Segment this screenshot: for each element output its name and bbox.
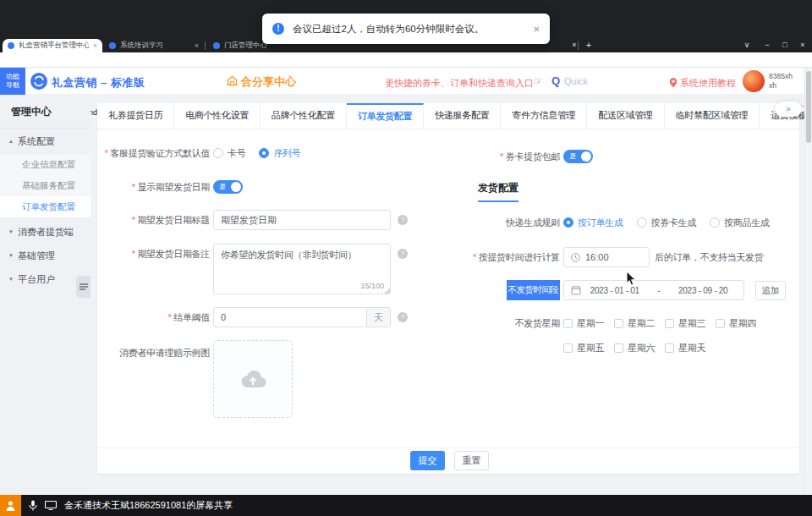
tab-ecommerce-custom[interactable]: 电商个性化设置 xyxy=(174,103,261,129)
checkbox-thursday[interactable] xyxy=(716,319,725,328)
checkbox-saturday[interactable] xyxy=(614,343,623,353)
help-icon[interactable]: ? xyxy=(398,215,408,225)
clock-icon xyxy=(571,253,580,262)
claim-example-row: 消费者申请理赔示例图 xyxy=(99,340,293,418)
weekday-item[interactable]: 星期六 xyxy=(614,342,665,354)
toast-close-icon[interactable]: × xyxy=(533,23,540,36)
tab-order-ship-config[interactable]: 订单发货配置 xyxy=(347,103,424,129)
checkbox-sunday[interactable] xyxy=(665,343,674,353)
radio-by-order-label[interactable]: 按订单生成 xyxy=(578,217,623,229)
window-close-button[interactable]: × xyxy=(793,38,812,52)
user-name-line2: xh xyxy=(769,81,793,91)
checkbox-friday[interactable] xyxy=(563,343,573,353)
quick-entry-tip: 更快捷的券卡、订单和快递查询入口 xyxy=(385,77,534,90)
tabs-more-button[interactable]: » xyxy=(775,102,802,117)
tab-brand-custom[interactable]: 品牌个性化配置 xyxy=(261,103,347,129)
sidebar-item-basic-service[interactable]: 基础服务配置 xyxy=(0,175,91,196)
sidebar-item-order-ship-config[interactable]: 订单发货配置 xyxy=(0,196,91,217)
checkbox-label: 星期五 xyxy=(577,342,604,354)
sidebar-collapse-handle[interactable] xyxy=(76,276,91,298)
toggle-knob xyxy=(231,182,241,192)
express-rule-label: 快递生成规则 xyxy=(448,217,560,229)
radio-by-order[interactable] xyxy=(563,217,573,228)
tab-close-icon[interactable]: × xyxy=(565,38,584,52)
closing-threshold-input[interactable] xyxy=(213,307,391,327)
help-icon[interactable]: ? xyxy=(398,249,408,259)
help-icon[interactable]: ? xyxy=(398,312,408,322)
weekday-item[interactable]: 星期二 xyxy=(614,317,665,330)
footer-divider xyxy=(97,447,799,448)
tab-temp-ban-area[interactable]: 临时禁配区域管理 xyxy=(665,103,760,129)
page-scrollbar[interactable] xyxy=(804,68,812,516)
radio-by-coupon-label[interactable]: 按券卡生成 xyxy=(651,217,697,229)
checkbox-label: 星期三 xyxy=(678,317,705,330)
upload-dropzone[interactable] xyxy=(213,340,293,418)
tab-search-icon[interactable]: ∨ xyxy=(738,38,756,52)
no-ship-range-row: 不发货时间段 2023 - 01 - 01 - 2023 - 09 - 20 追… xyxy=(448,280,786,300)
radio-serial-number[interactable] xyxy=(259,148,269,158)
radio-by-coupon[interactable] xyxy=(637,217,647,228)
submit-button[interactable]: 提交 xyxy=(410,451,445,470)
sidebar-item-basic-management[interactable]: ▼ 基础管理 xyxy=(0,244,91,267)
no-ship-weekday-label: 不发货星期 xyxy=(448,317,560,330)
browser-tab-1[interactable]: 礼盒营销平台管理中心 × xyxy=(3,39,102,52)
weekday-item[interactable]: 星期四 xyxy=(716,317,766,330)
app-logo-icon xyxy=(30,73,47,90)
tab-close-icon[interactable]: × xyxy=(195,41,199,50)
quick-search-q-icon[interactable]: Q xyxy=(551,74,560,87)
new-tab-button[interactable]: + xyxy=(582,38,595,52)
toggle-on-label: 是 xyxy=(569,151,576,162)
quick-search-label[interactable]: Quick xyxy=(564,76,588,86)
show-expected-date-label: 显示期望发货日期 xyxy=(99,181,210,194)
browser-tab-2[interactable]: 系统培训学习 × xyxy=(104,39,204,52)
radio-card-number-label[interactable]: 卡号 xyxy=(228,147,245,160)
weekday-item[interactable]: 星期天 xyxy=(665,342,716,354)
location-pin-icon xyxy=(669,76,678,91)
checkbox-wednesday[interactable] xyxy=(665,319,674,328)
share-center-link[interactable]: 合分享中心 xyxy=(227,74,296,90)
function-nav-button[interactable]: 功能 导航 xyxy=(0,68,25,95)
checkbox-label: 星期天 xyxy=(678,342,705,354)
sidebar-item-consumer-pickup[interactable]: ▼ 消费者提货端 xyxy=(0,220,91,244)
sidebar-item-company-info[interactable]: 企业信息配置 xyxy=(0,154,91,175)
info-icon: ! xyxy=(272,23,284,35)
free-shipping-label: 券卡提货包邮 xyxy=(448,151,560,163)
tutorial-link[interactable]: 系统使用教程 xyxy=(680,77,736,90)
radio-by-product-label[interactable]: 按商品生成 xyxy=(724,217,770,229)
tab-express-service[interactable]: 快递服务配置 xyxy=(424,103,501,129)
free-shipping-toggle[interactable]: 是 xyxy=(563,150,593,163)
warehouse-icon xyxy=(227,74,238,90)
checkbox-label: 星期一 xyxy=(577,317,604,330)
screen-icon[interactable] xyxy=(45,501,57,510)
window-maximize-button[interactable]: □ xyxy=(776,38,794,52)
sidebar-item-system-config[interactable]: ▲ 系统配置 xyxy=(0,129,91,154)
tab-coupon-calendar[interactable]: 礼券提货日历 xyxy=(97,103,174,129)
calc-suffix-text: 后的订单，不支持当天发货 xyxy=(655,251,763,264)
window-minimize-button[interactable]: − xyxy=(758,38,776,52)
microphone-icon[interactable] xyxy=(29,500,37,511)
radio-card-number[interactable] xyxy=(213,148,223,158)
checkbox-monday[interactable] xyxy=(563,319,573,328)
tab-close-icon[interactable]: × xyxy=(93,41,97,50)
show-expected-date-toggle[interactable]: 是 xyxy=(213,180,243,194)
user-avatar[interactable] xyxy=(743,70,765,92)
expected-date-title-input[interactable] xyxy=(213,210,391,230)
caret-down-icon: ▼ xyxy=(8,253,14,258)
append-button[interactable]: 追加 xyxy=(755,281,786,300)
sidebar-title: 管理中心 xyxy=(0,95,91,129)
checkbox-tuesday[interactable] xyxy=(614,319,623,328)
radio-by-product[interactable] xyxy=(710,217,720,228)
favicon-icon xyxy=(213,42,220,49)
radio-serial-number-label[interactable]: 序列号 xyxy=(273,147,300,160)
date-range-picker[interactable]: 2023 - 01 - 01 - 2023 - 09 - 20 xyxy=(563,280,744,300)
checkbox-label: 星期二 xyxy=(628,317,655,330)
weekday-item[interactable]: 星期五 xyxy=(563,342,614,354)
scrollbar-thumb[interactable] xyxy=(806,71,811,143)
time-picker[interactable]: 16:00 xyxy=(563,247,650,267)
tab-sender-info[interactable]: 寄件方信息管理 xyxy=(501,103,587,129)
reset-button[interactable]: 重置 xyxy=(454,451,489,470)
tab-delivery-area[interactable]: 配送区域管理 xyxy=(587,103,664,129)
weekday-item[interactable]: 星期三 xyxy=(665,317,716,330)
weekday-item[interactable]: 星期一 xyxy=(563,317,614,330)
resize-handle[interactable] xyxy=(384,288,390,294)
